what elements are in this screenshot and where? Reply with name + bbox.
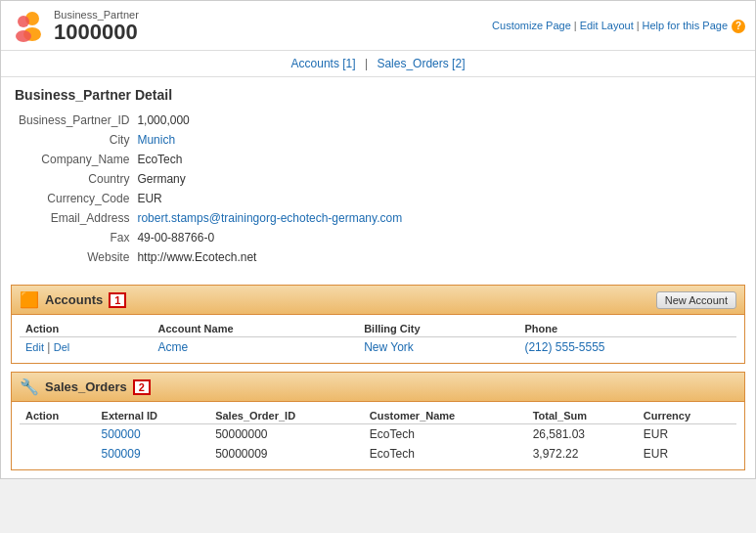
label-bp-id: Business_Partner_ID — [15, 111, 133, 130]
accounts-table-header-row: Action Account Name Billing City Phone — [20, 319, 736, 337]
value-city: Munich — [133, 130, 741, 150]
value-company: EcoTech — [133, 150, 741, 169]
sales-orders-badge: 2 — [133, 379, 151, 395]
city-link[interactable]: Munich — [137, 133, 175, 147]
so-col-currency: Currency — [638, 406, 736, 424]
so-row2-action — [20, 444, 96, 464]
detail-row-city: City Munich — [15, 130, 741, 150]
accounts-table-row: Edit | Del Acme New York (212) 555-5555 — [20, 337, 736, 358]
accounts-row-city: New York — [358, 337, 518, 358]
edit-layout-link[interactable]: Edit Layout — [580, 20, 634, 31]
sales-orders-row-1: 500000 50000000 EcoTech 26,581.03 EUR — [20, 424, 736, 445]
accounts-row-phone: (212) 555-5555 — [518, 337, 736, 358]
customize-page-link[interactable]: Customize Page — [492, 20, 571, 31]
page-container: Business_Partner 1000000 Customize Page … — [0, 0, 756, 479]
nav-links: Accounts [1] | Sales_Orders [2] — [1, 51, 755, 77]
so-row2-sales-order-id: 50000009 — [209, 444, 364, 464]
value-fax: 49-00-88766-0 — [133, 228, 741, 247]
sales-orders-table: Action External ID Sales_Order_ID Custom… — [20, 406, 736, 464]
accounts-section-title: Accounts — [45, 292, 103, 307]
detail-row-fax: Fax 49-00-88766-0 — [15, 228, 741, 247]
col-account-name: Account Name — [153, 319, 359, 337]
record-id: 1000000 — [54, 21, 139, 44]
header-title-block: Business_Partner 1000000 — [54, 9, 139, 44]
so-row1-sales-order-id: 50000000 — [209, 424, 364, 445]
help-link[interactable]: Help for this Page — [643, 20, 728, 31]
billing-city-link[interactable]: New York — [364, 340, 414, 354]
detail-section: Business_Partner Detail Business_Partner… — [1, 77, 755, 277]
accounts-section-header: 🟧 Accounts 1 New Account — [12, 286, 744, 315]
accounts-nav-link[interactable]: Accounts [1] — [291, 57, 359, 70]
so-row1-currency: EUR — [638, 424, 736, 445]
accounts-icon: 🟧 — [20, 290, 39, 309]
value-website: http://www.Ecotech.net — [133, 247, 741, 267]
label-city: City — [15, 130, 133, 150]
phone-link[interactable]: (212) 555-5555 — [524, 340, 604, 354]
sales-orders-table-wrap: Action External ID Sales_Order_ID Custom… — [12, 402, 744, 469]
new-account-button[interactable]: New Account — [656, 291, 736, 309]
so-row2-total-sum: 3,972.22 — [527, 444, 638, 464]
so-external-id-link-2[interactable]: 500009 — [102, 447, 141, 461]
svg-point-3 — [16, 30, 31, 42]
accounts-table: Action Account Name Billing City Phone E… — [20, 319, 736, 357]
accounts-row-name: Acme — [153, 337, 359, 358]
detail-row-website: Website http://www.Ecotech.net — [15, 247, 741, 267]
label-company: Company_Name — [15, 150, 133, 169]
label-currency: Currency_Code — [15, 189, 133, 208]
so-row1-action — [20, 424, 96, 445]
detail-row-bp-id: Business_Partner_ID 1,000,000 — [15, 111, 741, 130]
label-email: Email_Address — [15, 208, 133, 228]
so-col-total-sum: Total_Sum — [527, 406, 638, 424]
accounts-row-actions: Edit | Del — [20, 337, 153, 358]
detail-row-country: Country Germany — [15, 169, 741, 189]
sales-orders-panel: 🔧 Sales_Orders 2 Action External ID Sale… — [11, 372, 745, 470]
account-del-link[interactable]: Del — [54, 341, 70, 353]
detail-row-currency: Currency_Code EUR — [15, 189, 741, 208]
value-bp-id: 1,000,000 — [133, 111, 741, 130]
account-edit-link[interactable]: Edit — [25, 341, 44, 353]
so-external-id-link-1[interactable]: 500000 — [102, 427, 141, 441]
detail-table: Business_Partner_ID 1,000,000 City Munic… — [15, 111, 741, 267]
label-fax: Fax — [15, 228, 133, 247]
detail-title: Business_Partner Detail — [15, 87, 741, 103]
so-row2-external-id: 500009 — [96, 444, 210, 464]
so-row2-customer-name: EcoTech — [364, 444, 527, 464]
label-website: Website — [15, 247, 133, 267]
detail-row-email: Email_Address robert.stamps@trainingorg-… — [15, 208, 741, 228]
so-col-sales-order-id: Sales_Order_ID — [209, 406, 364, 424]
sales-orders-section-title: Sales_Orders — [45, 379, 127, 394]
value-email: robert.stamps@trainingorg-echotech-germa… — [133, 208, 741, 228]
svg-point-2 — [18, 16, 29, 27]
col-phone: Phone — [518, 319, 736, 337]
page-header: Business_Partner 1000000 Customize Page … — [1, 1, 755, 51]
sales-orders-icon: 🔧 — [20, 378, 39, 396]
so-col-action: Action — [20, 406, 96, 424]
sales-orders-row-2: 500009 50000009 EcoTech 3,972.22 EUR — [20, 444, 736, 464]
col-action: Action — [20, 319, 153, 337]
accounts-table-wrap: Action Account Name Billing City Phone E… — [12, 315, 744, 363]
sales-orders-header-row: Action External ID Sales_Order_ID Custom… — [20, 406, 736, 424]
sales-orders-section-header: 🔧 Sales_Orders 2 — [12, 373, 744, 402]
so-row1-external-id: 500000 — [96, 424, 210, 445]
detail-row-company: Company_Name EcoTech — [15, 150, 741, 169]
help-icon[interactable]: ? — [732, 20, 745, 33]
value-country: Germany — [133, 169, 741, 189]
header-left: Business_Partner 1000000 — [11, 9, 139, 44]
header-actions: Customize Page | Edit Layout | Help for … — [492, 20, 745, 33]
accounts-header-actions: New Account — [656, 291, 736, 309]
value-currency: EUR — [133, 189, 741, 208]
so-row1-total-sum: 26,581.03 — [527, 424, 638, 445]
accounts-badge: 1 — [109, 292, 126, 308]
so-col-external-id: External ID — [96, 406, 210, 424]
so-col-customer-name: Customer_Name — [364, 406, 527, 424]
so-row1-customer-name: EcoTech — [364, 424, 527, 445]
so-row2-currency: EUR — [638, 444, 736, 464]
sales-orders-nav-link[interactable]: Sales_Orders [2] — [377, 57, 465, 70]
col-billing-city: Billing City — [358, 319, 518, 337]
accounts-panel: 🟧 Accounts 1 New Account Action Account … — [11, 285, 745, 364]
avatar — [11, 9, 46, 44]
email-link[interactable]: robert.stamps@trainingorg-echotech-germa… — [137, 211, 402, 225]
account-name-link[interactable]: Acme — [158, 340, 189, 354]
label-country: Country — [15, 169, 133, 189]
